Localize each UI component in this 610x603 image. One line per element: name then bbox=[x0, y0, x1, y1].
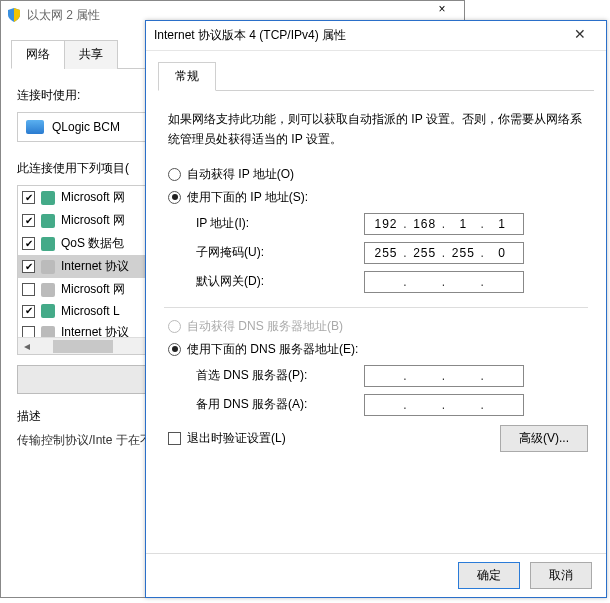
cancel-button[interactable]: 取消 bbox=[530, 562, 592, 589]
intro-text: 如果网络支持此功能，则可以获取自动指派的 IP 设置。否则，你需要从网络系统管理… bbox=[168, 109, 584, 150]
dns1-label: 首选 DNS 服务器(P): bbox=[196, 367, 364, 384]
component-icon bbox=[41, 237, 55, 251]
item-checkbox[interactable]: ✔ bbox=[22, 214, 35, 227]
item-label: QoS 数据包 bbox=[61, 235, 124, 252]
radio-manual-ip-label: 使用下面的 IP 地址(S): bbox=[187, 189, 308, 206]
component-icon bbox=[41, 191, 55, 205]
nic-icon bbox=[26, 120, 44, 134]
scroll-left-icon[interactable]: ◂ bbox=[18, 339, 35, 353]
dialog-tabs: 常规 bbox=[158, 61, 594, 91]
component-icon bbox=[41, 283, 55, 297]
dns2-label: 备用 DNS 服务器(A): bbox=[196, 396, 364, 413]
radio-manual-dns[interactable] bbox=[168, 343, 181, 356]
radio-auto-ip-label: 自动获得 IP 地址(O) bbox=[187, 166, 294, 183]
exit-validate-checkbox[interactable] bbox=[168, 432, 181, 445]
tab-network[interactable]: 网络 bbox=[11, 40, 65, 69]
component-icon bbox=[41, 214, 55, 228]
divider bbox=[164, 307, 588, 308]
ip-label: IP 地址(I): bbox=[196, 215, 364, 232]
ip-address-input[interactable]: 192. 168. 1. 1 bbox=[364, 213, 524, 235]
ok-button[interactable]: 确定 bbox=[458, 562, 520, 589]
gateway-input[interactable]: . . . bbox=[364, 271, 524, 293]
tab-general[interactable]: 常规 bbox=[158, 62, 216, 91]
shield-icon bbox=[7, 8, 21, 22]
radio-auto-dns bbox=[168, 320, 181, 333]
dialog-title: Internet 协议版本 4 (TCP/IPv4) 属性 bbox=[154, 27, 562, 44]
dns2-input[interactable]: . . . bbox=[364, 394, 524, 416]
adapter-name: QLogic BCM bbox=[52, 120, 120, 134]
item-label: Internet 协议 bbox=[61, 258, 129, 275]
item-label: Microsoft 网 bbox=[61, 281, 125, 298]
dns1-input[interactable]: . . . bbox=[364, 365, 524, 387]
item-checkbox[interactable]: ✔ bbox=[22, 305, 35, 318]
radio-manual-dns-label: 使用下面的 DNS 服务器地址(E): bbox=[187, 341, 358, 358]
item-checkbox[interactable]: ✔ bbox=[22, 260, 35, 273]
exit-validate-label: 退出时验证设置(L) bbox=[187, 430, 286, 447]
ipv4-properties-dialog: Internet 协议版本 4 (TCP/IPv4) 属性 ✕ 常规 如果网络支… bbox=[145, 20, 607, 598]
radio-auto-ip[interactable] bbox=[168, 168, 181, 181]
dialog-titlebar: Internet 协议版本 4 (TCP/IPv4) 属性 ✕ bbox=[146, 21, 606, 51]
subnet-mask-input[interactable]: 255. 255. 255. 0 bbox=[364, 242, 524, 264]
gateway-label: 默认网关(D): bbox=[196, 273, 364, 290]
component-icon bbox=[41, 260, 55, 274]
close-icon[interactable]: ✕ bbox=[562, 26, 598, 46]
item-checkbox[interactable] bbox=[22, 283, 35, 296]
scroll-thumb[interactable] bbox=[53, 340, 113, 353]
dialog-footer: 确定 取消 bbox=[146, 553, 606, 597]
item-checkbox[interactable]: ✔ bbox=[22, 237, 35, 250]
component-icon bbox=[41, 304, 55, 318]
radio-manual-ip[interactable] bbox=[168, 191, 181, 204]
advanced-button[interactable]: 高级(V)... bbox=[500, 425, 588, 452]
item-label: Microsoft 网 bbox=[61, 212, 125, 229]
subnet-label: 子网掩码(U): bbox=[196, 244, 364, 261]
radio-auto-dns-label: 自动获得 DNS 服务器地址(B) bbox=[187, 318, 343, 335]
tab-share[interactable]: 共享 bbox=[64, 40, 118, 69]
window-title: 以太网 2 属性 bbox=[27, 7, 100, 24]
item-checkbox[interactable]: ✔ bbox=[22, 191, 35, 204]
item-label: Microsoft 网 bbox=[61, 189, 125, 206]
item-label: Microsoft L bbox=[61, 304, 120, 318]
